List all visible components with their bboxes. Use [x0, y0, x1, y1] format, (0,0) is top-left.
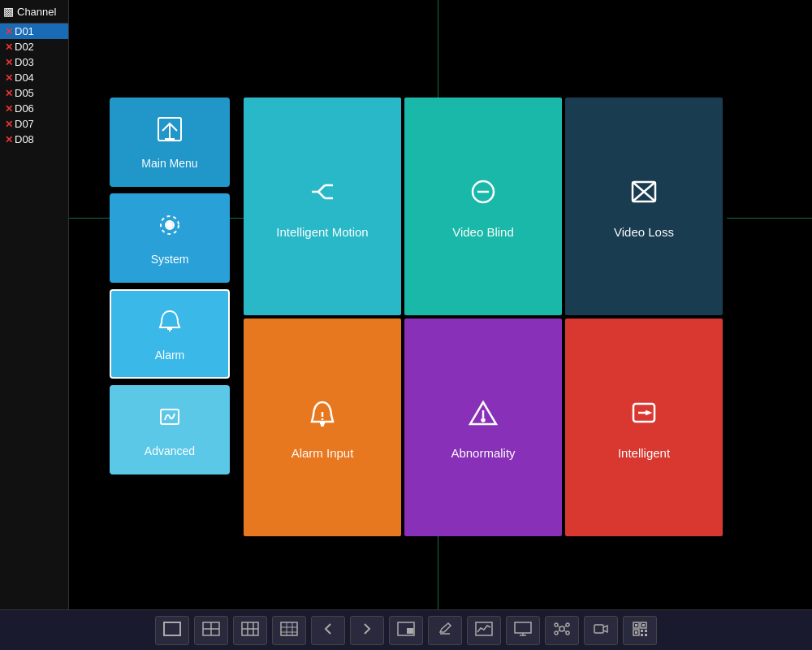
toolbar-btn-graph[interactable]: [467, 616, 501, 645]
network-icon: [553, 622, 571, 639]
svg-line-48: [564, 626, 566, 627]
video-blind-icon: [466, 175, 500, 214]
qr-icon: [633, 622, 647, 639]
toolbar-btn-quad-view[interactable]: [194, 616, 228, 645]
toolbar-btn-record[interactable]: [584, 616, 618, 645]
svg-point-19: [482, 418, 485, 421]
forward-icon: [360, 622, 374, 639]
toolbar-btn-back[interactable]: [311, 616, 345, 645]
channel-label: D03: [15, 56, 34, 68]
toolbar-btn-pencil[interactable]: [428, 616, 462, 645]
pip-icon: [397, 622, 415, 639]
toolbar-btn-qr[interactable]: [623, 616, 657, 645]
channel-list: ✕D01✕D02✕D03✕D04✕D05✕D06✕D07✕D08: [0, 24, 68, 147]
single-view-icon: [163, 622, 181, 639]
channel-label: D08: [15, 133, 34, 145]
channel-label: D07: [15, 118, 34, 130]
toolbar-btn-monitor[interactable]: [506, 616, 540, 645]
svg-rect-57: [635, 631, 637, 634]
x-icon: ✕: [5, 26, 13, 37]
nine-view-icon: [280, 622, 298, 639]
svg-point-15: [322, 424, 323, 426]
graph-icon: [475, 622, 493, 639]
channel-label: D04: [15, 72, 34, 84]
svg-rect-51: [594, 625, 603, 633]
alarm-input-label: Alarm Input: [292, 446, 354, 460]
toolbar-btn-nine-view[interactable]: [272, 616, 306, 645]
grid-card-intelligent-motion[interactable]: Intelligent Motion: [244, 98, 401, 315]
channel-item-d03[interactable]: ✕D03: [0, 54, 68, 70]
x-icon: ✕: [5, 88, 13, 99]
channel-label: D06: [15, 102, 34, 115]
x-icon: ✕: [5, 41, 13, 53]
system-label: System: [151, 253, 189, 266]
intelligent-label: Intelligent: [618, 446, 670, 460]
decorative-hline-2: [727, 218, 812, 219]
menu-card-advanced[interactable]: Advanced: [110, 385, 230, 474]
video-blind-label: Video Blind: [452, 225, 514, 239]
channel-item-d05[interactable]: ✕D05: [0, 85, 68, 101]
toolbar-btn-single-view[interactable]: [155, 616, 189, 645]
channel-label: D02: [15, 41, 34, 53]
svg-rect-59: [645, 630, 647, 632]
toolbar-btn-forward[interactable]: [350, 616, 384, 645]
six-view-icon: [241, 622, 259, 639]
menu-card-system[interactable]: System: [110, 193, 230, 283]
menu-card-main-menu[interactable]: Main Menu: [110, 98, 230, 187]
grid-card-alarm-input[interactable]: Alarm Input: [244, 318, 401, 536]
svg-point-45: [555, 631, 558, 635]
svg-line-49: [558, 630, 559, 632]
svg-rect-55: [642, 624, 645, 626]
grid-card-intelligent[interactable]: Intelligent: [565, 318, 723, 536]
advanced-icon: [155, 402, 184, 438]
svg-rect-22: [164, 622, 180, 635]
left-menu: Main Menu System Alarm Advanced: [110, 98, 230, 474]
grid-card-abnormality[interactable]: Abnormality: [404, 318, 562, 536]
decorative-vline-2: [438, 536, 438, 618]
x-icon: ✕: [5, 72, 13, 84]
video-loss-label: Video Loss: [614, 225, 674, 239]
svg-point-44: [566, 623, 569, 626]
svg-rect-60: [641, 634, 643, 636]
system-icon: [155, 210, 184, 246]
svg-rect-53: [635, 624, 637, 626]
intelligent-motion-label: Intelligent Motion: [276, 225, 368, 239]
x-icon: ✕: [5, 103, 13, 115]
channel-item-d02[interactable]: ✕D02: [0, 39, 68, 54]
sidebar-title: Channel: [17, 6, 56, 18]
grid-card-video-loss[interactable]: Video Loss: [565, 98, 723, 315]
svg-rect-39: [515, 622, 531, 633]
record-icon: [594, 622, 608, 639]
decorative-vline-1: [438, 0, 438, 98]
intelligent-motion-icon: [305, 175, 339, 214]
menu-card-alarm[interactable]: Alarm: [110, 289, 230, 379]
svg-point-42: [559, 626, 564, 631]
toolbar-btn-six-view[interactable]: [233, 616, 267, 645]
channel-icon: ▩: [3, 5, 14, 18]
main-menu-icon: [155, 115, 184, 150]
svg-point-46: [566, 631, 569, 635]
sidebar-header: ▩ Channel: [0, 0, 68, 24]
alarm-label: Alarm: [155, 349, 185, 362]
x-icon: ✕: [5, 57, 13, 68]
abnormality-label: Abnormality: [451, 446, 515, 460]
bottom-toolbar: [0, 609, 812, 650]
advanced-label: Advanced: [145, 444, 195, 457]
channel-item-d04[interactable]: ✕D04: [0, 70, 68, 85]
toolbar-btn-pip[interactable]: [389, 616, 423, 645]
alarm-icon: [155, 306, 184, 342]
abnormality-icon: [466, 396, 500, 435]
alarm-grid: Intelligent Motion Video Blind Video Los…: [244, 98, 723, 536]
grid-card-video-blind[interactable]: Video Blind: [404, 98, 562, 315]
channel-item-d01[interactable]: ✕D01: [0, 24, 68, 39]
channel-label: D01: [15, 25, 34, 37]
toolbar-btn-network[interactable]: [545, 616, 579, 645]
main-menu-label: Main Menu: [141, 157, 197, 170]
x-icon: ✕: [5, 119, 13, 130]
channel-item-d06[interactable]: ✕D06: [0, 101, 68, 116]
sidebar: ▩ Channel ✕D01✕D02✕D03✕D04✕D05✕D06✕D07✕D…: [0, 0, 69, 618]
pencil-icon: [438, 622, 452, 639]
video-loss-icon: [627, 175, 661, 214]
channel-item-d08[interactable]: ✕D08: [0, 132, 68, 147]
channel-item-d07[interactable]: ✕D07: [0, 116, 68, 132]
